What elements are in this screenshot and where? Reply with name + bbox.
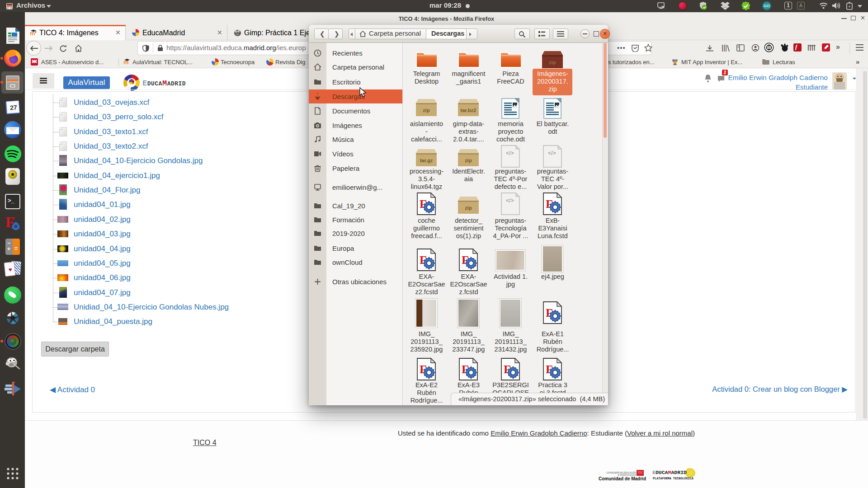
- svg-text:tar.gz: tar.gz: [420, 158, 433, 163]
- svg-text:</>: </>: [506, 150, 514, 156]
- svg-text:zip: zip: [465, 158, 472, 163]
- svg-text:zip: zip: [423, 108, 430, 113]
- svg-text:</>: </>: [548, 150, 556, 156]
- svg-text:</>: </>: [506, 197, 514, 204]
- svg-text:27: 27: [10, 103, 18, 111]
- svg-text:zip: zip: [549, 60, 556, 65]
- svg-text:zip: zip: [465, 205, 472, 211]
- svg-text:tar.bz2: tar.bz2: [461, 108, 476, 113]
